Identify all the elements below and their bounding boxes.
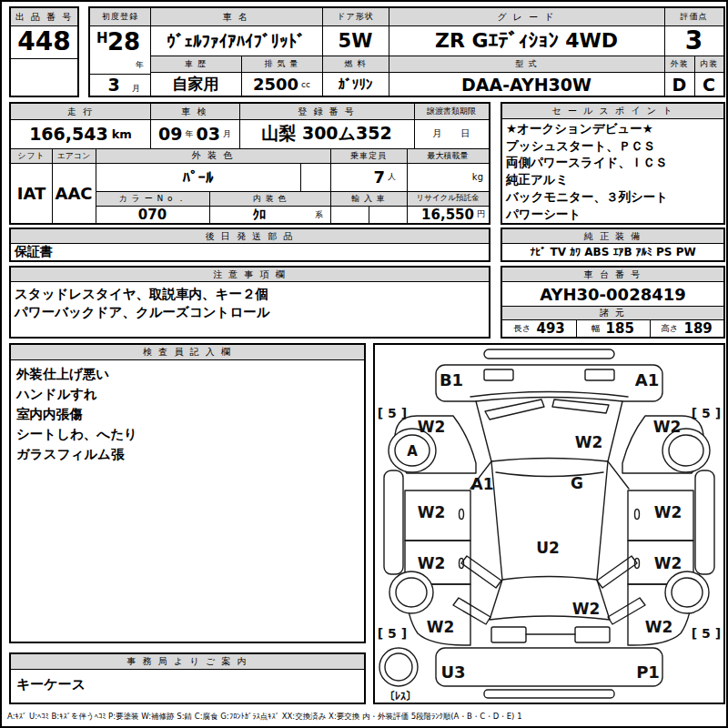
rear-bumper-shape xyxy=(436,648,662,686)
car-top-view-diagram: B1 A1 [ 5 ] [ 5 ] W2 W2 A W2 A1 G W2 W2 … xyxy=(375,345,723,703)
first-registration-month-unit: 月 xyxy=(132,83,140,95)
cowl-line xyxy=(470,392,628,398)
front-garnish-shape xyxy=(484,349,614,359)
cautions-label: 注 意 事 項 欄 xyxy=(11,268,489,281)
dimension-width: 幅185 xyxy=(576,320,650,337)
displacement-label: 排 気 量 xyxy=(241,56,322,71)
equipment-value: ﾅﾋﾞ TV ｶﾜ ABS ｴｱB ｱﾙﾐ PS PW xyxy=(502,244,723,260)
office-info-box: 事 務 局 よ り ご 案 内 キーケース xyxy=(9,652,366,704)
marker-front-left-wheel: A xyxy=(407,443,418,460)
marker-windshield: W2 xyxy=(575,433,603,451)
aircon-label: エアコン xyxy=(52,148,96,163)
marker-front-left-fender: W2 xyxy=(418,418,446,436)
auction-number-value: 448 xyxy=(11,26,77,56)
dimension-length: 長さ493 xyxy=(502,320,576,337)
marker-roof-center: U2 xyxy=(536,539,560,557)
marker-rear-right-tire: [ 5 ] xyxy=(692,626,721,641)
exterior-color-label: 外 装 色 xyxy=(96,148,330,163)
sales-points-text: ★オークションデビュー★ プッシュスタート、ＰＣＳ 両側パワースライド、ＩＣＳ … xyxy=(506,120,722,222)
marker-rear-right-quarter: W2 xyxy=(645,618,673,636)
equipment-box: 純 正 装 備 ﾅﾋﾞ TV ｶﾜ ABS ｴｱB ｱﾙﾐ PS PW xyxy=(500,228,725,262)
inspection-label: 車 検 xyxy=(150,104,239,119)
marker-front-left-door: W2 xyxy=(418,503,446,521)
dimensions-label: 諸 元 xyxy=(502,307,723,319)
left-d-pillar-shape xyxy=(461,556,501,588)
front-bumper-shape xyxy=(436,365,662,401)
cautions-box: 注 意 事 項 欄 スタッドレスタイヤ、取説車内、キー２個 パワーバックドア、ク… xyxy=(9,266,490,339)
rear-garnish-shape xyxy=(484,690,614,698)
registration-number-label: 登 録 番 号 xyxy=(239,104,414,119)
later-parts-label: 後 日 発 送 部 品 xyxy=(11,229,489,243)
marker-front-right-door: W2 xyxy=(654,503,682,521)
car-name-label: 車 名 xyxy=(150,8,322,25)
shift-label: シフト xyxy=(11,148,52,163)
marker-left-a-pillar: A1 xyxy=(471,475,494,493)
exterior-grade-value: D xyxy=(664,73,694,96)
first-registration-era: H xyxy=(96,30,108,46)
left-headlight-shape xyxy=(484,369,513,380)
marker-rear-window: W2 xyxy=(572,600,601,618)
damage-diagram-box: B1 A1 [ 5 ] [ 5 ] W2 W2 A W2 A1 G W2 W2 … xyxy=(373,343,725,704)
auction-number-box: 出 品 番 号 448 xyxy=(9,6,79,97)
marker-front-right-fender: W2 xyxy=(653,418,682,436)
aircon-value: AAC xyxy=(52,163,96,223)
right-rear-pillar-shape xyxy=(608,598,645,624)
equipment-label: 純 正 装 備 xyxy=(502,229,723,243)
chassis-number-label: 車 台 番 号 xyxy=(502,268,723,281)
first-registration-month: 3 xyxy=(90,74,137,96)
fuel-value: ｶﾞｿﾘﾝ xyxy=(322,73,389,96)
recycle-deposit-label: リサイクル預託金 xyxy=(407,191,489,206)
sales-points-box: セ ー ル ス ポ イ ン ト ★オークションデビュー★ プッシュスタート、ＰＣ… xyxy=(500,102,725,225)
marker-rear-bumper-right: P1 xyxy=(636,662,660,682)
cautions-text: スタッドレスタイヤ、取説車内、キー２個 パワーバックドア、クルーズコントロール xyxy=(15,285,485,321)
front-right-door-handle xyxy=(635,510,640,520)
right-a-pillar-line xyxy=(608,461,629,489)
inspector-notes-text: 外装仕上げ悪い ハンドルすれ 室内内張傷 シートしわ、へたり ガラスフィルム張 xyxy=(16,364,359,464)
chassis-box: 車 台 番 号 AYH30-0028419 諸 元 長さ493 幅185 高さ1… xyxy=(500,266,725,339)
door-shape-label: ドア形状 xyxy=(322,8,389,25)
first-registration-year: 28 xyxy=(107,28,140,56)
office-info-value: キーケース xyxy=(16,672,353,696)
registration-number-value: 山梨 300ム352 xyxy=(239,121,414,147)
mileage-value: 166,543km xyxy=(11,121,150,147)
interior-color-value: ｸﾛ xyxy=(209,206,309,223)
inspector-notes-box: 検 査 員 記 入 欄 外装仕上げ悪い ハンドルすれ 室内内張傷 シートしわ、へ… xyxy=(9,343,366,643)
dimension-height: 高さ189 xyxy=(650,320,723,337)
marker-right-slide-door: W2 xyxy=(654,554,682,572)
max-load-label: 最大積載量 xyxy=(407,148,489,163)
marker-front-bumper-right: A1 xyxy=(635,370,659,389)
grade-value: ZR Gｴﾃﾞｨｼｮﾝ 4WD xyxy=(389,26,664,54)
mileage-registration-table: 走 行 166,543km 車 検 09年 03月 登 録 番 号 山梨 300… xyxy=(9,102,490,225)
auction-number-label: 出 品 番 号 xyxy=(11,8,77,25)
windshield-shape xyxy=(476,398,622,462)
interior-color-label: 内 装 色 xyxy=(209,191,330,206)
capacity-label: 乗車定員 xyxy=(330,148,407,163)
office-info-label: 事 務 局 よ り ご 案 内 xyxy=(11,654,364,669)
history-label: 車 歴 xyxy=(150,56,241,71)
left-rear-pillar-shape xyxy=(453,598,490,624)
model-code-value: DAA-AYH30W xyxy=(389,73,664,96)
marker-rear-left-tire: [ 5 ] xyxy=(378,626,407,641)
inspection-value: 09年 03月 xyxy=(150,121,239,147)
first-registration-label: 初度登録 xyxy=(90,8,150,25)
import-car-label: 輸 入 車 xyxy=(330,191,407,206)
inspector-notes-label: 検 査 員 記 入 欄 xyxy=(11,345,364,359)
capacity-value: 7人 xyxy=(330,163,407,191)
fuel-label: 燃 料 xyxy=(322,56,389,71)
roof-right-edge xyxy=(597,461,608,580)
chassis-number-value: AYH30-0028419 xyxy=(502,282,723,306)
right-headlight-shape xyxy=(585,369,614,380)
exterior-grade-label: 外装 xyxy=(664,56,694,71)
max-load-value: kg xyxy=(407,163,489,191)
right-d-pillar-shape xyxy=(597,556,637,588)
right-side-step-shape xyxy=(695,470,714,574)
score-value: 3 xyxy=(664,26,723,55)
sales-points-label: セ ー ル ス ポ イ ン ト xyxy=(502,104,723,118)
auction-sheet: 出 品 番 号 448 初度登録 H 28 年 3 月 車 名 ｳﾞｪﾙﾌｧｲｱ… xyxy=(0,0,728,728)
exterior-color-value: ﾊﾟｰﾙ xyxy=(96,163,300,191)
marker-front-left-tire: [ 5 ] xyxy=(378,406,407,420)
marker-spare-tire: 〔ﾚｽ〕 xyxy=(384,690,417,703)
mileage-label: 走 行 xyxy=(11,104,150,119)
color-no-label: カ ラ ー N o ． xyxy=(96,191,209,206)
later-parts-box: 後 日 発 送 部 品 保証書 xyxy=(9,228,490,262)
